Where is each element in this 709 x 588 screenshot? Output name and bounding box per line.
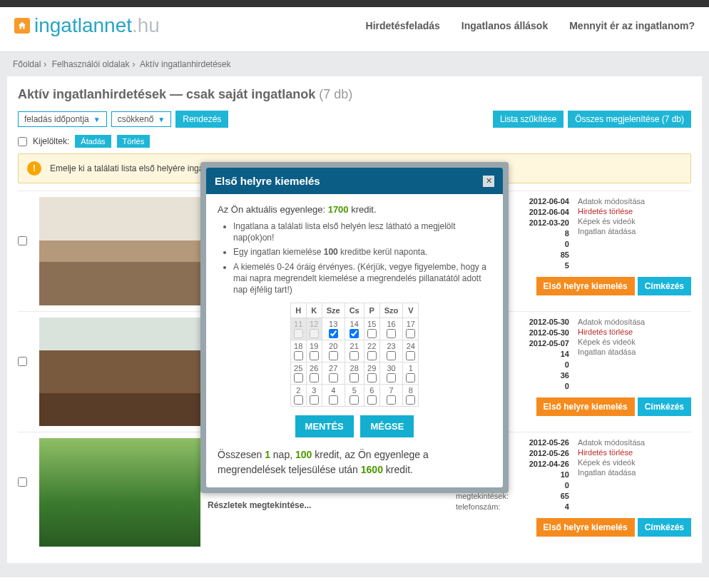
media-link[interactable]: Képek és videók	[578, 338, 645, 346]
cal-day[interactable]: 28	[345, 363, 364, 385]
delete-link[interactable]: Hirdetés törlése	[578, 207, 645, 216]
cal-day-checkbox[interactable]	[406, 351, 415, 360]
transfer-button[interactable]: Átadás	[75, 135, 111, 148]
transfer-link[interactable]: Ingatlan átadása	[578, 227, 645, 235]
details-link[interactable]: Részletek megtekintése...	[208, 500, 443, 510]
cal-day-checkbox[interactable]	[350, 395, 359, 405]
cal-day-checkbox[interactable]	[310, 373, 319, 382]
cal-day-checkbox[interactable]	[294, 329, 303, 338]
cal-day-checkbox[interactable]	[367, 395, 377, 405]
media-link[interactable]: Képek és videók	[578, 458, 645, 467]
cal-day[interactable]: 22	[364, 340, 379, 363]
cancel-button[interactable]: MÉGSE	[360, 415, 414, 437]
save-button[interactable]: MENTÉS	[295, 415, 354, 437]
cal-day-checkbox[interactable]	[294, 395, 303, 405]
crumb-active[interactable]: Aktív ingatlanhirdetések	[140, 59, 230, 69]
tag-button[interactable]: Címkézés	[638, 518, 691, 537]
cal-day[interactable]: 18	[290, 340, 306, 363]
filter-button[interactable]: Lista szűkítése	[493, 111, 563, 128]
cal-day[interactable]: 29	[364, 363, 379, 385]
cal-day-checkbox[interactable]	[294, 351, 303, 360]
cal-day[interactable]: 2	[290, 385, 306, 407]
cal-day-checkbox[interactable]	[406, 329, 415, 338]
cal-day[interactable]: 23	[379, 340, 403, 363]
cal-day-checkbox[interactable]	[310, 351, 319, 360]
cal-day-checkbox[interactable]	[387, 329, 396, 338]
highlight-button[interactable]: Első helyre kiemelés	[536, 277, 635, 295]
delete-link[interactable]: Hirdetés törlése	[578, 328, 645, 336]
listing-checkbox[interactable]	[18, 236, 27, 245]
cal-day[interactable]: 12	[306, 318, 322, 340]
cal-day-checkbox[interactable]	[350, 351, 359, 360]
nav-post-ad[interactable]: Hirdetésfeladás	[366, 20, 440, 31]
cal-day[interactable]: 8	[403, 385, 419, 407]
cal-day[interactable]: 26	[306, 363, 322, 385]
logo[interactable]: ingatlannet.hu	[14, 14, 160, 37]
listing-checkbox[interactable]	[18, 357, 27, 366]
cal-day[interactable]: 30	[379, 363, 403, 385]
cal-day[interactable]: 19	[306, 340, 322, 363]
crumb-home[interactable]: Főoldal	[13, 59, 41, 69]
cal-day[interactable]: 16	[379, 318, 403, 340]
nav-valuation[interactable]: Mennyit ér az ingatlanom?	[569, 20, 695, 31]
tag-button[interactable]: Címkézés	[638, 277, 691, 295]
tag-button[interactable]: Címkézés	[638, 397, 691, 416]
cal-day-checkbox[interactable]	[367, 329, 377, 338]
cal-day-checkbox[interactable]	[387, 395, 396, 405]
cal-day[interactable]: 4	[322, 385, 345, 407]
cal-day[interactable]: 24	[403, 340, 419, 363]
cal-day[interactable]: 3	[306, 385, 322, 407]
cal-day-checkbox[interactable]	[310, 395, 319, 405]
cal-day[interactable]: 7	[379, 385, 403, 407]
cal-day[interactable]: 5	[345, 385, 364, 407]
cal-day[interactable]: 14	[345, 318, 364, 340]
highlight-button[interactable]: Első helyre kiemelés	[536, 397, 635, 416]
cal-day-checkbox[interactable]	[329, 329, 338, 338]
cal-day[interactable]: 1	[403, 363, 419, 385]
edit-link[interactable]: Adatok módosítása	[578, 197, 645, 206]
cal-day-checkbox[interactable]	[406, 395, 415, 405]
crumb-user[interactable]: Felhasználói oldalak	[52, 59, 130, 69]
listing-checkbox[interactable]	[18, 477, 27, 487]
cal-day[interactable]: 13	[322, 318, 345, 340]
cal-day[interactable]: 27	[322, 363, 345, 385]
page-title: Aktív ingatlanhirdetések — csak saját in…	[18, 87, 691, 102]
cal-day-checkbox[interactable]	[329, 395, 338, 405]
cal-day-checkbox[interactable]	[406, 373, 415, 382]
sort-button[interactable]: Rendezés	[175, 111, 228, 128]
delete-link[interactable]: Hirdetés törlése	[578, 448, 645, 457]
cal-day[interactable]: 11	[290, 318, 306, 340]
sort-dir-dropdown[interactable]: csökkenő▼	[111, 111, 172, 127]
cal-day-checkbox[interactable]	[329, 373, 338, 382]
listing-thumbnail[interactable]	[39, 197, 200, 305]
cal-day-checkbox[interactable]	[387, 373, 396, 382]
select-all-checkbox[interactable]	[18, 137, 27, 146]
transfer-link[interactable]: Ingatlan átadása	[578, 468, 645, 477]
cal-day-checkbox[interactable]	[294, 373, 303, 382]
cal-day[interactable]: 15	[364, 318, 379, 340]
edit-link[interactable]: Adatok módosítása	[578, 318, 645, 326]
cal-day-checkbox[interactable]	[310, 329, 319, 338]
cal-day-checkbox[interactable]	[387, 351, 396, 360]
cal-day[interactable]: 20	[322, 340, 345, 363]
cal-day[interactable]: 21	[345, 340, 364, 363]
cal-day-checkbox[interactable]	[367, 373, 377, 382]
cal-day-checkbox[interactable]	[329, 351, 338, 360]
delete-button[interactable]: Törlés	[117, 135, 151, 148]
transfer-link[interactable]: Ingatlan átadása	[578, 348, 645, 356]
cal-day-checkbox[interactable]	[350, 373, 359, 382]
cal-day[interactable]: 17	[403, 318, 419, 340]
media-link[interactable]: Képek és videók	[578, 217, 645, 225]
cal-day[interactable]: 6	[364, 385, 379, 407]
show-all-button[interactable]: Összes megjelenítése (7 db)	[568, 111, 691, 128]
highlight-button[interactable]: Első helyre kiemelés	[536, 518, 635, 537]
cal-day-checkbox[interactable]	[367, 351, 377, 360]
cal-day[interactable]: 25	[290, 363, 306, 385]
nav-jobs[interactable]: Ingatlanos állások	[461, 20, 548, 31]
close-icon[interactable]: ✕	[483, 176, 494, 187]
edit-link[interactable]: Adatok módosítása	[578, 438, 645, 447]
cal-day-checkbox[interactable]	[350, 329, 359, 338]
listing-thumbnail[interactable]	[39, 438, 200, 547]
sort-field-dropdown[interactable]: feladás időpontja▼	[18, 111, 107, 127]
listing-thumbnail[interactable]	[39, 318, 200, 426]
